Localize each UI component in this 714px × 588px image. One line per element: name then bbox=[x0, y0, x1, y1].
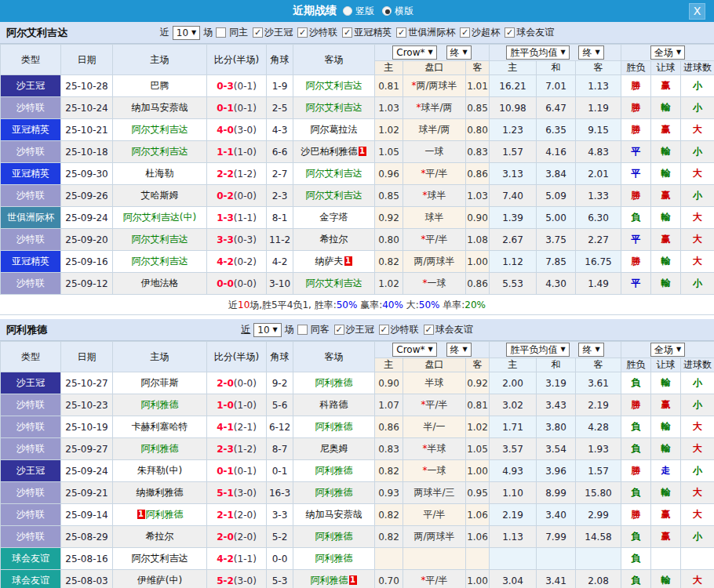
sub-avg-home: 主 bbox=[490, 358, 537, 372]
team-link: 朱拜勒(中) bbox=[137, 465, 182, 476]
goals-result-cell: 小 bbox=[681, 394, 714, 416]
corner-cell: 6-12 bbox=[267, 416, 293, 438]
fulltime-score: 2-0 bbox=[217, 532, 234, 543]
handicap-result-cell: 輸 bbox=[651, 273, 681, 295]
close-icon[interactable]: X bbox=[689, 3, 705, 20]
avg-home-cell: 1.39 bbox=[490, 207, 537, 229]
fulltime-score: 5-2 bbox=[217, 575, 234, 586]
result-cell: 平 bbox=[621, 273, 651, 295]
home-team-cell: 希拉尔 bbox=[113, 526, 207, 548]
handicap-result-cell: 赢 bbox=[651, 185, 681, 207]
summary-segment: 40% bbox=[382, 299, 403, 310]
halftime-score: (0-1) bbox=[234, 103, 257, 114]
match-row: 沙特联25-10-23阿利雅德1-0(1-0)5-6科路德1.07*平/半0.8… bbox=[1, 394, 714, 416]
avg-away-cell: 4.28 bbox=[576, 416, 621, 438]
handicap-result-cell: 赢 bbox=[651, 526, 681, 548]
avg-draw-cell: 3.54 bbox=[537, 438, 576, 460]
layout-radio-vertical[interactable]: 竖版 bbox=[343, 5, 374, 18]
summary-segment: 50% bbox=[337, 299, 358, 310]
avg-away-cell: 15.80 bbox=[576, 482, 621, 504]
odds-company-dropdown[interactable]: Crow*▼ bbox=[392, 45, 436, 60]
scope-dropdown[interactable]: 全场▼ bbox=[650, 343, 685, 357]
match-row: 亚冠精英25-09-30杜海勒2-2(1-2)2-7阿尔艾利吉达0.96*平/半… bbox=[1, 163, 714, 185]
away-team-cell: 阿尔艾利吉达 bbox=[293, 185, 375, 207]
team-link: 阿尔艾利吉达 bbox=[306, 278, 362, 289]
odds-away-cell: 1.05 bbox=[466, 438, 490, 460]
result-cell: 平 bbox=[621, 163, 651, 185]
avg-dropdown[interactable]: 胜平负均值▼ bbox=[506, 343, 569, 357]
league-checkbox[interactable]: ✓ bbox=[396, 27, 406, 38]
league-checkbox[interactable]: ✓ bbox=[424, 325, 434, 335]
sub-avg-draw: 和 bbox=[537, 61, 576, 75]
league-checkbox[interactable]: ✓ bbox=[297, 27, 308, 38]
avg-home-cell: 7.40 bbox=[490, 185, 537, 207]
league-checkbox[interactable]: ✓ bbox=[379, 325, 389, 335]
same-team-checkbox[interactable] bbox=[216, 27, 226, 38]
team-link: 阿利雅德 bbox=[315, 531, 353, 542]
radio-selected-icon bbox=[382, 6, 392, 16]
odds-final-dropdown[interactable]: 终▼ bbox=[446, 45, 472, 60]
league-checkbox[interactable]: ✓ bbox=[460, 27, 470, 38]
match-count-dropdown[interactable]: 10▼ bbox=[173, 26, 200, 40]
result-cell: 勝 bbox=[621, 75, 651, 97]
avg-draw-cell: 7.85 bbox=[537, 251, 576, 273]
filter-bar: 近 10▼ 场 同主 ✓沙王冠✓沙特联✓亚冠精英✓世俱洲际杯✓沙超杯✓球会友谊 bbox=[160, 26, 554, 40]
handicap-result-cell: 輸 bbox=[651, 163, 681, 185]
same-team-checkbox[interactable] bbox=[297, 325, 308, 335]
fulltime-score: 1-0 bbox=[217, 400, 234, 411]
date-cell: 25-10-18 bbox=[61, 141, 113, 163]
avg-final-dropdown[interactable]: 终▼ bbox=[578, 343, 603, 357]
dialog-title: 近期战绩 bbox=[293, 4, 337, 18]
goals-result-cell: 大 bbox=[681, 416, 714, 438]
league-checkbox[interactable]: ✓ bbox=[505, 27, 515, 38]
date-cell: 25-08-03 bbox=[61, 570, 113, 588]
home-team-cell: 伊维萨(中) bbox=[113, 570, 207, 588]
league-checkbox[interactable]: ✓ bbox=[342, 27, 352, 38]
early-odds-marker: * bbox=[423, 465, 428, 476]
fulltime-score: 2-0 bbox=[217, 378, 234, 389]
avg-home-cell: 3.04 bbox=[490, 570, 537, 588]
fulltime-score: 3-3 bbox=[217, 234, 234, 245]
scope-dropdown[interactable]: 全场▼ bbox=[650, 45, 685, 60]
handicap-cell: 两球半/三 bbox=[403, 482, 466, 504]
handicap-cell: *半球 bbox=[403, 438, 466, 460]
result-cell: 勝 bbox=[621, 504, 651, 526]
team-link: 杜海勒 bbox=[146, 168, 174, 179]
result-cell: 負 bbox=[621, 438, 651, 460]
away-team-cell: 阿尔艾利吉达 bbox=[293, 75, 375, 97]
odds-company-dropdown[interactable]: Crow*▼ bbox=[392, 343, 436, 357]
away-team-cell: 阿利雅德1 bbox=[293, 570, 375, 588]
avg-draw-cell: 8.99 bbox=[537, 482, 576, 504]
odds-final-dropdown[interactable]: 终▼ bbox=[446, 343, 472, 357]
goals-result-cell bbox=[681, 548, 714, 570]
goals-result-cell: 小 bbox=[681, 526, 714, 548]
league-checkbox[interactable]: ✓ bbox=[253, 27, 263, 38]
filter-leagues: ✓沙王冠✓沙特联✓球会友谊 bbox=[330, 323, 473, 336]
avg-draw-cell: 5.09 bbox=[537, 185, 576, 207]
team-link: 阿尔菲斯 bbox=[141, 377, 179, 388]
avg-dropdown[interactable]: 胜平负均值▼ bbox=[506, 45, 569, 60]
team-link: 阿利雅德 bbox=[311, 575, 348, 586]
score-cell: 0-1(0-1) bbox=[207, 97, 267, 119]
away-team-cell: 纳萨夫1 bbox=[293, 251, 375, 273]
layout-radio-horizontal[interactable]: 横版 bbox=[382, 5, 413, 18]
early-odds-marker: * bbox=[421, 399, 425, 410]
match-count-dropdown[interactable]: 10▼ bbox=[253, 323, 281, 337]
away-team-cell: 阿尔艾利吉达 bbox=[293, 273, 375, 295]
league-checkbox[interactable]: ✓ bbox=[334, 325, 344, 335]
scope-group-header: 全场▼ bbox=[621, 45, 714, 61]
league-label: 沙王冠 bbox=[264, 27, 293, 38]
goals-result-cell: 小 bbox=[681, 141, 714, 163]
avg-away-cell: 1.19 bbox=[576, 97, 621, 119]
avg-draw-cell: 3.43 bbox=[537, 394, 576, 416]
match-row: 沙特联25-08-29希拉尔2-0(2-0)5-2阿利雅德0.82两/两球半1.… bbox=[1, 526, 714, 548]
avg-draw-cell: 3.19 bbox=[537, 372, 576, 394]
avg-draw-cell: 7.01 bbox=[537, 75, 576, 97]
team-section-2: 阿利雅德 近 10▼ 场 同客 ✓沙王冠✓沙特联✓球会友谊 类型 日期 主场 比… bbox=[0, 319, 714, 588]
handicap-cell: 球半/两 bbox=[403, 119, 466, 141]
score-cell: 5-1(3-0) bbox=[207, 482, 267, 504]
score-cell: 0-3(0-1) bbox=[207, 75, 267, 97]
col-score: 比分(半场) bbox=[207, 45, 267, 75]
avg-final-dropdown[interactable]: 终▼ bbox=[578, 45, 603, 60]
score-cell: 4-2(0-2) bbox=[207, 251, 267, 273]
